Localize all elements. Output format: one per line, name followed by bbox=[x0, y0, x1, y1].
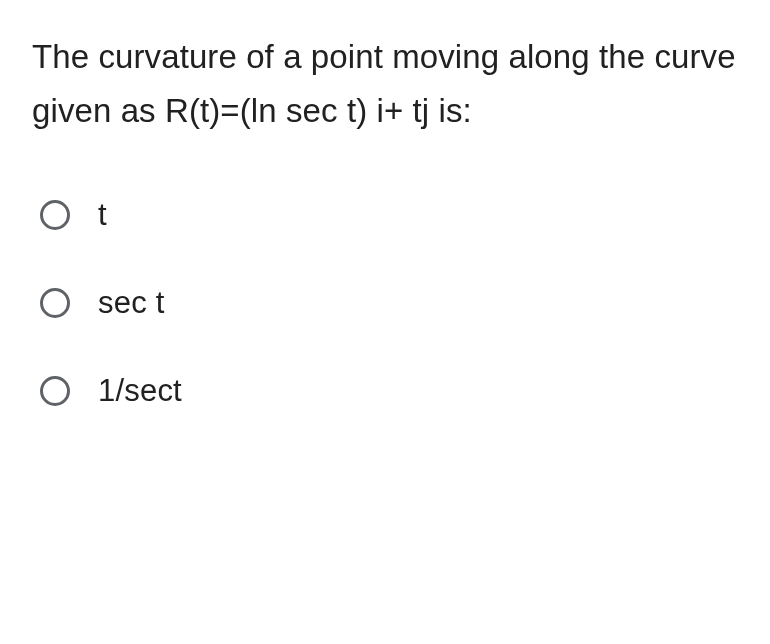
option-label: sec t bbox=[98, 285, 164, 321]
option-label: t bbox=[98, 197, 107, 233]
radio-icon bbox=[40, 376, 70, 406]
option-2[interactable]: sec t bbox=[40, 285, 742, 321]
question-text: The curvature of a point moving along th… bbox=[32, 30, 742, 139]
options-list: t sec t 1/sect bbox=[32, 197, 742, 409]
radio-icon bbox=[40, 288, 70, 318]
radio-icon bbox=[40, 200, 70, 230]
option-3[interactable]: 1/sect bbox=[40, 373, 742, 409]
option-1[interactable]: t bbox=[40, 197, 742, 233]
option-label: 1/sect bbox=[98, 373, 182, 409]
